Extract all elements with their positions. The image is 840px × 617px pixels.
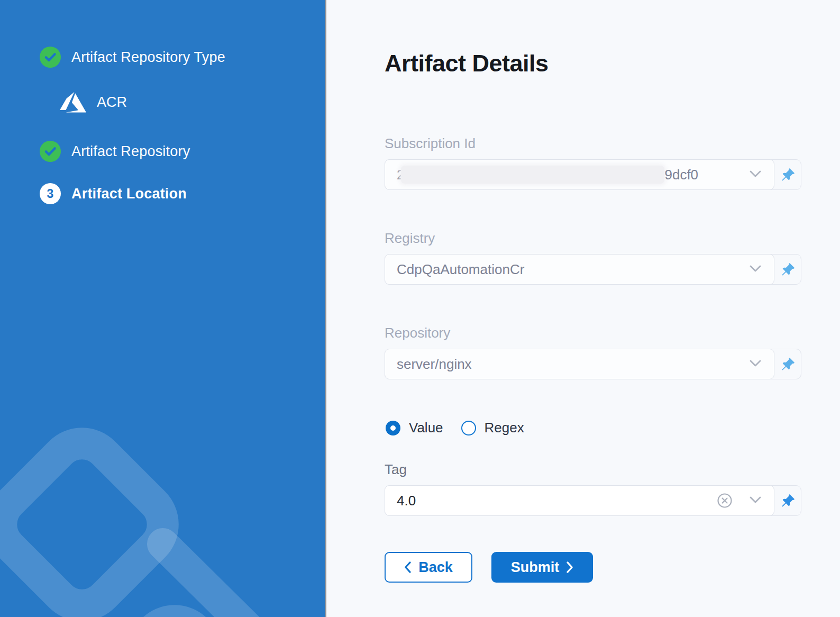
radio-selected-icon [386,421,400,435]
tag-input[interactable]: 4.0 [385,485,774,516]
radio-value[interactable]: Value [386,420,443,436]
tag-value: 4.0 [397,493,416,509]
step-label: Artifact Repository [71,143,190,160]
step-artifact-repository-type[interactable]: Artifact Repository Type [40,47,314,68]
subscription-value-suffix: 9dcf0 [664,167,698,183]
brand-watermark [0,411,296,617]
chevron-right-icon [567,561,573,573]
substep-acr[interactable]: ACR [40,89,314,115]
repository-select[interactable]: server/nginx [385,349,774,379]
artifact-details-panel: Artifact Details Subscription Id 2 9dcf0 [326,0,840,617]
step-number-badge: 3 [40,183,61,204]
repository-value: server/nginx [397,356,472,373]
check-circle-icon [40,47,61,68]
chevron-down-icon [750,496,761,505]
wizard-sidebar: Artifact Repository Type ACR Artifact Re… [0,0,325,617]
tag-label: Tag [385,461,801,478]
check-circle-icon [40,141,61,162]
tag-field-group: Tag 4.0 [385,461,801,516]
pin-icon [781,357,795,371]
redacted-value [401,166,664,184]
substep-label: ACR [97,94,127,111]
pin-icon [781,494,795,508]
pin-icon [781,168,795,182]
registry-pin-button[interactable] [774,255,801,284]
step-artifact-location[interactable]: 3 Artifact Location [40,183,314,204]
repository-field-group: Repository server/nginx [385,325,801,379]
radio-regex[interactable]: Regex [461,420,524,436]
chevron-down-icon [750,359,761,369]
subscription-select[interactable]: 2 9dcf0 [385,159,774,190]
step-label: Artifact Repository Type [71,49,225,66]
back-button[interactable]: Back [385,552,472,583]
chevron-down-icon [750,170,761,179]
wizard-actions: Back Submit [385,552,801,583]
step-label: Artifact Location [71,186,187,202]
registry-select[interactable]: CdpQaAutomationCr [385,254,774,285]
subscription-label: Subscription Id [385,135,801,152]
registry-label: Registry [385,230,801,247]
azure-logo-icon [59,89,87,115]
clear-icon[interactable] [717,493,733,509]
submit-button[interactable]: Submit [491,552,593,583]
registry-field-group: Registry CdpQaAutomationCr [385,230,801,285]
chevron-down-icon [750,265,761,274]
tag-pin-button[interactable] [774,486,801,515]
repository-pin-button[interactable] [774,349,801,379]
chevron-left-icon [404,561,411,573]
radio-unselected-icon [461,421,476,435]
subscription-field-group: Subscription Id 2 9dcf0 [385,135,801,190]
page-title: Artifact Details [385,50,801,77]
match-type-radio-group: Value Regex [386,420,801,436]
registry-value: CdpQaAutomationCr [397,261,524,278]
artifact-details-form: Subscription Id 2 9dcf0 Reg [385,135,801,583]
repository-label: Repository [385,325,801,341]
pin-icon [781,262,795,277]
step-artifact-repository[interactable]: Artifact Repository [40,141,314,162]
subscription-pin-button[interactable] [774,160,801,189]
